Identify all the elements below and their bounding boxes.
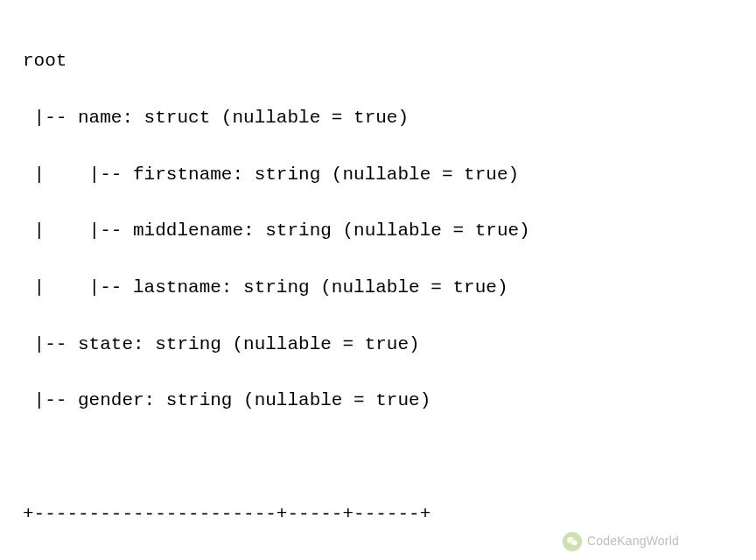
schema-firstname-line: | |-- firstname: string (nullable = true… (23, 164, 519, 185)
schema-root-line: root (23, 51, 66, 71)
schema-middlename-line: | |-- middlename: string (nullable = tru… (23, 220, 530, 241)
schema-gender-line: |-- gender: string (nullable = true) (23, 390, 430, 410)
table-border-top: +----------------------+-----+------+ (23, 504, 430, 524)
schema-state-line: |-- state: string (nullable = true) (23, 334, 420, 354)
watermark-text: CodeKangWorld (587, 532, 679, 551)
schema-name-line: |-- name: struct (nullable = true) (23, 108, 409, 128)
watermark: CodeKangWorld (563, 532, 679, 551)
schema-lastname-line: | |-- lastname: string (nullable = true) (23, 277, 508, 298)
console-output: root |-- name: struct (nullable = true) … (0, 0, 756, 560)
wechat-icon (563, 532, 582, 551)
